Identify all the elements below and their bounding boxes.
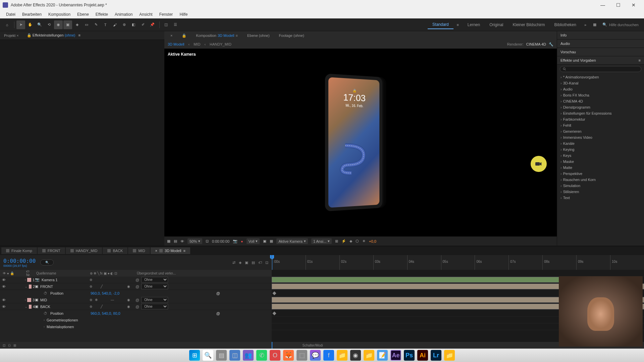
timeline-search[interactable]: 🔍 [40, 259, 54, 265]
pixel-icon[interactable]: ⊞ [335, 239, 338, 243]
composition-tab[interactable]: Komposition 3D Modell ≡ [192, 32, 242, 39]
close-button[interactable]: ✕ [626, 0, 641, 10]
effect-cat-farbkorrektur[interactable]: Farbkorrektur [557, 116, 644, 122]
layer-tab[interactable]: Ebene (ohne) [243, 32, 274, 39]
pen-tool[interactable]: ✎ [92, 20, 100, 29]
selection-tool[interactable]: ➤ [16, 20, 25, 29]
layer-color[interactable] [27, 278, 31, 282]
workspace-bibliotheken[interactable]: Bibliotheken [550, 21, 581, 29]
tl-icon-5[interactable]: 🏷 [258, 260, 262, 265]
visibility-toggle[interactable]: 👁 [1, 298, 6, 302]
rotation-tool[interactable]: ◉ [54, 20, 63, 29]
panel-menu-icon[interactable]: ≡ [78, 33, 80, 37]
notepad-button[interactable]: 📝 [377, 350, 388, 361]
effects-panel-header[interactable]: Effekte und Vorgaben ≡ [557, 56, 644, 65]
switches-modes-toggle[interactable]: Schalter/Modi [303, 344, 323, 347]
brackets-icon[interactable]: ⟨⟩ [8, 344, 11, 347]
mag-icon[interactable]: ▦ [167, 239, 170, 243]
roi-icon[interactable]: ▣ [263, 239, 266, 243]
widgets-button[interactable]: ◫ [229, 350, 240, 361]
menu-komposition[interactable]: Komposition [45, 11, 74, 18]
workspace-menu-icon[interactable]: ≡ [453, 20, 462, 29]
taskview-button[interactable]: ▤ [216, 350, 227, 361]
layer-row-kamera[interactable]: 👁 ›1 📷Kamera 1 ⊛ @Ohne [0, 277, 272, 283]
pickwhip-icon[interactable]: @ [216, 311, 220, 315]
tl-tab-3d-modell[interactable]: ×3D Modell≡ [151, 247, 190, 254]
parent-dropdown[interactable]: Ohne [141, 304, 168, 309]
parent-dropdown[interactable]: Ohne [141, 277, 168, 283]
pickwhip-icon[interactable]: @ [136, 305, 139, 309]
home-tool[interactable]: ⌂ [3, 20, 11, 29]
explorer-button[interactable]: 📁 [364, 350, 374, 361]
minimize-button[interactable]: — [595, 0, 610, 10]
timeline-timecode[interactable]: 0:00:00:00 [3, 258, 36, 264]
position-value[interactable]: 960,0, 540,0, -2,0 [91, 291, 119, 295]
renderer-value[interactable]: CINEMA 4D [526, 42, 546, 46]
crumb-3d-modell[interactable]: 3D Modell [168, 42, 184, 46]
pickwhip-icon[interactable]: @ [136, 298, 139, 302]
app-button[interactable]: ⬚ [297, 350, 307, 361]
workspace-kleiner[interactable]: Kleiner Bildschirm [508, 21, 550, 29]
panel-menu-icon[interactable]: ≡ [639, 58, 641, 62]
zoom-dropdown[interactable]: 50% ▾ [187, 238, 202, 244]
keyframe-icon[interactable] [272, 291, 276, 295]
effect-cat-immersives[interactable]: Immersives Video [557, 134, 644, 140]
firefox-button[interactable]: 🦊 [283, 350, 294, 361]
position-value[interactable]: 960,0, 540,0, 80,0 [91, 311, 120, 315]
audio-panel-header[interactable]: Audio [557, 40, 644, 48]
crumb-handy-mid[interactable]: HANDY_MID [210, 42, 231, 46]
resolution-dropdown[interactable]: Voll ▾ [247, 238, 260, 244]
prop-position-front[interactable]: ⏱ Position 960,0, 540,0, -2,0 @ [0, 290, 272, 297]
tl-icon-6[interactable]: ⊡ [265, 260, 268, 265]
effect-cat-fehlt[interactable]: Fehlt [557, 122, 644, 128]
snapshot-icon[interactable]: 📷 [233, 239, 237, 243]
puppet-tool[interactable]: 📌 [148, 20, 157, 29]
teams-button[interactable]: 👥 [243, 350, 254, 361]
effect-cat-generieren[interactable]: Generieren [557, 128, 644, 134]
effect-cat-keys[interactable]: Keys [557, 153, 644, 159]
snap-tool[interactable]: ◫ [162, 20, 170, 29]
layer-color[interactable] [27, 298, 31, 302]
clone-tool[interactable]: ⊛ [120, 20, 128, 29]
visibility-toggle[interactable]: 👁 [1, 284, 6, 289]
effect-controls-tab[interactable]: 🔒 Effekteinstellungen (ohne) ≡ [23, 32, 85, 39]
prop-geo-options[interactable]: › Geometrieoptionen [0, 317, 272, 323]
panel-menu-icon[interactable]: ≡ [236, 34, 238, 38]
workspace-original[interactable]: Original [485, 21, 508, 29]
timecode-display[interactable]: 0:00:00:00 [212, 239, 229, 243]
layer-color[interactable] [29, 285, 32, 289]
workspace-reset-icon[interactable]: ▦ [590, 20, 599, 29]
effect-cat-simulation[interactable]: Simulation [557, 183, 644, 189]
effect-cat-audio[interactable]: Audio [557, 86, 644, 92]
menu-ebene[interactable]: Ebene [74, 11, 92, 18]
chevron-down-icon[interactable]: ⌄ [25, 305, 28, 308]
effect-cat-3d-kanal[interactable]: 3D-Kanal [557, 80, 644, 86]
lightroom-button[interactable]: Lr [431, 350, 441, 361]
effects-search-input[interactable] [560, 66, 641, 72]
effect-cat-expressions[interactable]: Einstellungen für Expressions [557, 110, 644, 116]
info-panel-header[interactable]: Info [557, 31, 644, 40]
chevron-right-icon[interactable]: › [25, 278, 26, 282]
workspace-standard[interactable]: Standard [428, 20, 453, 29]
channel-icon[interactable]: ● [241, 239, 243, 243]
snapshot-badge[interactable] [531, 156, 547, 172]
tl-icon-2[interactable]: ◈ [239, 260, 241, 265]
orbit-tool[interactable]: ⟲ [45, 20, 53, 29]
effect-cat-rauschen[interactable]: Rauschen und Korn [557, 177, 644, 183]
camera-dropdown[interactable]: Aktive Kamera ▾ [276, 238, 308, 244]
effect-cat-dienstprogramm[interactable]: Dienstprogramm [557, 104, 644, 110]
crumb-mid[interactable]: MID [194, 42, 200, 46]
chevron-right-icon[interactable]: › [25, 298, 26, 302]
align-tool[interactable]: ☰ [171, 20, 180, 29]
views-dropdown[interactable]: 1 Ansi... ▾ [311, 238, 332, 244]
chevron-right-icon[interactable]: › [44, 318, 45, 322]
search-help[interactable]: 🔍 Hilfe durchsuchen [600, 22, 641, 27]
layer-row-back[interactable]: 👁 ⌄4 ▣BACK ⊛╱◉ @Ohne [0, 303, 272, 310]
messenger-button[interactable]: 💬 [310, 350, 321, 361]
tl-tab-handy-mid[interactable]: HANDY_MID [66, 247, 102, 254]
prop-mat-options[interactable]: › Materialoptionen [0, 323, 272, 330]
transparency-icon[interactable]: ▦ [270, 239, 273, 243]
mask-icon[interactable]: 👁 [180, 239, 184, 243]
exposure-value[interactable]: +0,0 [369, 239, 376, 243]
effect-cat-matte[interactable]: Matte [557, 165, 644, 171]
